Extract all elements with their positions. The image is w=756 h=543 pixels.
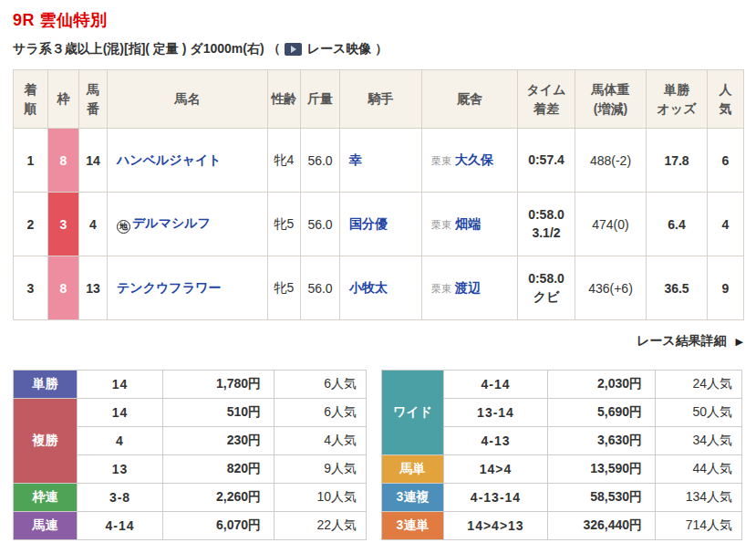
- payout-combo: 14>4>13: [444, 512, 548, 540]
- payout-amount: 2,260円: [163, 484, 274, 512]
- race-result-detail-link[interactable]: レース結果詳細 ▶: [637, 333, 743, 348]
- chevron-right-icon: ▶: [736, 336, 743, 347]
- sex-age: 牝4: [268, 129, 301, 193]
- horse-name-link[interactable]: デルマシルフ: [132, 215, 211, 230]
- bet-type-sanrenpuku: 3連複: [382, 484, 444, 512]
- stable-region: 栗東: [431, 283, 451, 294]
- body-weight: 474(0): [575, 193, 647, 256]
- carried-weight: 56.0: [301, 256, 340, 320]
- popularity: 6: [708, 129, 744, 193]
- race-result-detail-label: レース結果詳細: [637, 333, 727, 348]
- sex-age: 牝5: [268, 193, 301, 256]
- payout-row-tansho: 単勝 14 1,780円 6人気: [14, 371, 367, 399]
- payout-popularity: 24人気: [656, 371, 742, 399]
- carried-weight: 56.0: [301, 193, 340, 256]
- table-row: 2 3 4 地デルマシルフ 牝5 56.0 国分優 栗東畑端 0:58.0 3.…: [14, 193, 744, 256]
- bet-type-umatan: 馬単: [382, 455, 444, 484]
- col-header-pos: 着 順: [14, 70, 48, 129]
- payout-combo: 4-14: [444, 371, 548, 399]
- body-weight: 488(-2): [575, 129, 647, 193]
- payout-popularity: 4人気: [274, 427, 367, 455]
- finish-time: 0:57.4: [520, 151, 573, 170]
- col-header-time-margin: タイム 着差: [518, 70, 575, 129]
- payout-combo: 13-14: [444, 399, 548, 427]
- payout-amount: 510円: [163, 399, 274, 427]
- local-horse-mark: 地: [117, 220, 130, 234]
- payout-table-left: 単勝 14 1,780円 6人気 複勝 14 510円 6人気 4 230円 4…: [13, 370, 367, 540]
- payout-amount: 3,630円: [548, 427, 656, 455]
- carried-weight: 56.0: [301, 129, 340, 193]
- payout-popularity: 6人気: [274, 399, 367, 427]
- horse-name-link[interactable]: テンクウフラワー: [117, 280, 221, 295]
- finish-margin: 3.1/2: [520, 225, 573, 243]
- popularity: 9: [708, 256, 744, 320]
- payout-popularity: 714人気: [656, 512, 742, 540]
- horse-number: 14: [79, 129, 108, 193]
- bet-type-fukusho: 複勝: [14, 399, 78, 484]
- race-video-label: レース映像: [307, 41, 372, 57]
- payout-amount: 58,530円: [548, 484, 656, 512]
- stable-region: 栗東: [431, 219, 451, 230]
- payout-amount: 230円: [163, 427, 274, 455]
- paren-open: （: [268, 41, 281, 57]
- payout-row-wide: ワイド 4-14 2,030円 24人気: [382, 371, 742, 399]
- win-odds: 36.5: [647, 256, 708, 320]
- payout-popularity: 6人気: [274, 371, 367, 399]
- col-header-body-weight: 馬体重 (増減): [575, 70, 647, 129]
- win-odds: 17.8: [647, 129, 708, 193]
- payout-popularity: 134人気: [656, 484, 742, 512]
- jockey-link[interactable]: 国分優: [349, 216, 388, 231]
- payout-combo: 3-8: [78, 484, 163, 512]
- frame-number: 8: [48, 129, 79, 193]
- payout-amount: 5,690円: [548, 399, 656, 427]
- bet-type-wakuren: 枠連: [14, 484, 78, 512]
- col-header-jockey: 騎手: [340, 70, 422, 129]
- payout-section: 単勝 14 1,780円 6人気 複勝 14 510円 6人気 4 230円 4…: [13, 370, 743, 540]
- finish-time: 0:58.0: [520, 206, 573, 225]
- finish-margin: クビ: [520, 288, 573, 307]
- col-header-name: 馬名: [108, 70, 268, 129]
- frame-number: 8: [48, 256, 79, 320]
- race-video-link[interactable]: レース映像: [285, 41, 372, 57]
- results-header-row: 着 順 枠 馬 番 馬名 性齢 斤量 騎手 厩舎 タイム 着差 馬体重 (増減)…: [14, 70, 744, 129]
- payout-combo: 4: [78, 427, 163, 455]
- payout-popularity: 22人気: [274, 512, 367, 540]
- payout-combo: 4-13: [444, 427, 548, 455]
- payout-popularity: 9人気: [274, 455, 367, 484]
- table-row: 3 8 13 テンクウフラワー 牝5 56.0 小牧太 栗東渡辺 0:58.0 …: [14, 256, 744, 320]
- payout-row-wakuren: 枠連 3-8 2,260円 10人気: [14, 484, 367, 512]
- payout-popularity: 10人気: [274, 484, 367, 512]
- payout-amount: 326,440円: [548, 512, 656, 540]
- payout-combo: 14>4: [444, 455, 548, 484]
- payout-row-umaren: 馬連 4-14 6,070円 22人気: [14, 512, 367, 540]
- payout-row-fukusho: 複勝 14 510円 6人気: [14, 399, 367, 427]
- stable-link[interactable]: 大久保: [455, 152, 493, 167]
- jockey-link[interactable]: 幸: [349, 152, 362, 167]
- payout-amount: 820円: [163, 455, 274, 484]
- bet-type-tansho: 単勝: [14, 371, 78, 399]
- payout-popularity: 50人気: [656, 399, 742, 427]
- payout-amount: 1,780円: [163, 371, 274, 399]
- body-weight: 436(+6): [575, 256, 647, 320]
- bet-type-wide: ワイド: [382, 371, 444, 455]
- popularity: 4: [708, 193, 744, 256]
- finish-pos: 3: [14, 256, 48, 320]
- detail-link-row: レース結果詳細 ▶: [13, 333, 743, 350]
- jockey-link[interactable]: 小牧太: [349, 280, 388, 295]
- col-header-weight: 斤量: [301, 70, 340, 129]
- payout-amount: 13,590円: [548, 455, 656, 484]
- stable-link[interactable]: 畑端: [455, 216, 481, 231]
- payout-popularity: 44人気: [656, 455, 742, 484]
- col-header-pop: 人 気: [708, 70, 744, 129]
- bet-type-umaren: 馬連: [14, 512, 78, 540]
- bet-type-sanrentan: 3連単: [382, 512, 444, 540]
- payout-row-sanrenpuku: 3連複 4-13-14 58,530円 134人気: [382, 484, 742, 512]
- horse-name-link[interactable]: ハンベルジャイト: [117, 152, 222, 167]
- payout-combo: 14: [78, 371, 163, 399]
- frame-number: 3: [48, 193, 79, 256]
- stable-link[interactable]: 渡辺: [455, 280, 481, 295]
- payout-row-sanrentan: 3連単 14>4>13 326,440円 714人気: [382, 512, 742, 540]
- payout-combo: 13: [78, 455, 163, 484]
- col-header-sex-age: 性齢: [268, 70, 301, 129]
- win-odds: 6.4: [647, 193, 708, 256]
